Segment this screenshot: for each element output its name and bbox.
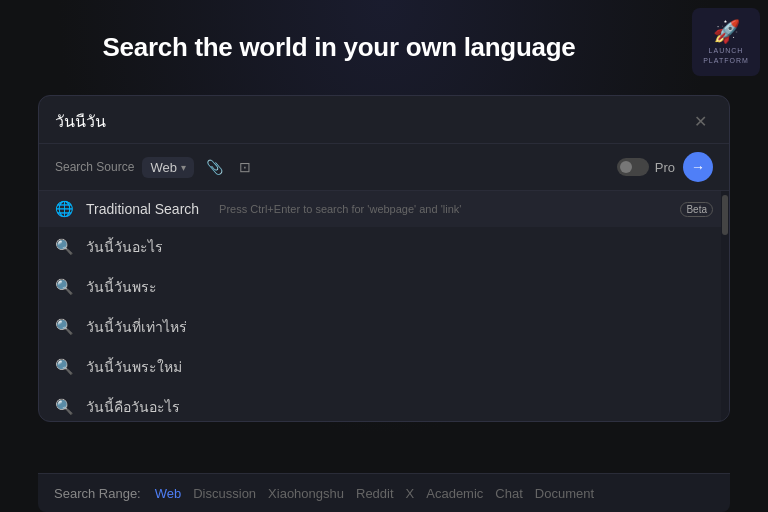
suggestion-item[interactable]: 🔍 วันนี้วันพระ bbox=[39, 267, 729, 307]
range-label: Search Range: bbox=[54, 486, 141, 501]
search-icon: 🔍 bbox=[55, 278, 74, 296]
suggestions-list: 🌐 Traditional Search Press Ctrl+Enter to… bbox=[39, 191, 729, 421]
search-icon: 🔍 bbox=[55, 318, 74, 336]
suggestion-text: วันนี้วันพระ bbox=[86, 276, 713, 298]
suggestion-text: วันนี้วันอะไร bbox=[86, 236, 713, 258]
search-input[interactable] bbox=[55, 113, 688, 131]
pro-toggle-switch[interactable] bbox=[617, 158, 649, 176]
range-item-x[interactable]: X bbox=[400, 485, 421, 502]
traditional-search-label: Traditional Search bbox=[86, 201, 199, 217]
traditional-search-item[interactable]: 🌐 Traditional Search Press Ctrl+Enter to… bbox=[39, 191, 729, 227]
search-icon: 🔍 bbox=[55, 398, 74, 416]
suggestion-text: วันนี้คือวันอะไร bbox=[86, 396, 713, 418]
chevron-down-icon: ▾ bbox=[181, 162, 186, 173]
search-icon: 🔍 bbox=[55, 358, 74, 376]
source-value: Web bbox=[150, 160, 177, 175]
pro-toggle: Pro bbox=[617, 158, 675, 176]
logo-subtext: PLATFORM bbox=[703, 57, 749, 65]
suggestions-scroll: 🌐 Traditional Search Press Ctrl+Enter to… bbox=[39, 191, 729, 421]
range-item-document[interactable]: Document bbox=[529, 485, 600, 502]
search-input-row: ✕ bbox=[39, 96, 729, 144]
go-button[interactable]: → bbox=[683, 152, 713, 182]
suggestion-text: วันนี้วันที่เท่าไหร่ bbox=[86, 316, 713, 338]
range-item-reddit[interactable]: Reddit bbox=[350, 485, 400, 502]
search-icon: 🔍 bbox=[55, 238, 74, 256]
suggestion-text: วันนี้วันพระใหม่ bbox=[86, 356, 713, 378]
suggestion-item[interactable]: 🔍 วันนี้วันพระใหม่ bbox=[39, 347, 729, 387]
source-dropdown[interactable]: Web ▾ bbox=[142, 157, 194, 178]
close-button[interactable]: ✕ bbox=[688, 110, 713, 133]
suggestions-container: 🔍 วันนี้วันอะไร 🔍 วันนี้วันพระ 🔍 วันนี้ว… bbox=[39, 227, 729, 421]
traditional-search-hint: Press Ctrl+Enter to search for 'webpage'… bbox=[219, 203, 461, 215]
search-panel: ✕ Search Source Web ▾ 📎 ⊡ Pro → 🌐 Tradit… bbox=[38, 95, 730, 422]
pro-label: Pro bbox=[655, 160, 675, 175]
search-range-bar: Search Range: WebDiscussionXiaohongshuRe… bbox=[38, 473, 730, 512]
suggestion-item[interactable]: 🔍 วันนี้วันที่เท่าไหร่ bbox=[39, 307, 729, 347]
image-icon[interactable]: ⊡ bbox=[235, 157, 255, 177]
suggestion-item[interactable]: 🔍 วันนี้วันอะไร bbox=[39, 227, 729, 267]
logo-area: 🚀 LAUNCH PLATFORM bbox=[692, 8, 760, 76]
beta-badge: Beta bbox=[680, 202, 713, 217]
scroll-track[interactable] bbox=[721, 191, 729, 421]
range-item-academic[interactable]: Academic bbox=[420, 485, 489, 502]
attach-icon[interactable]: 📎 bbox=[202, 157, 227, 177]
logo-text: LAUNCH bbox=[709, 47, 744, 55]
range-item-chat[interactable]: Chat bbox=[489, 485, 528, 502]
main-heading: Search the world in your own language bbox=[0, 32, 678, 63]
suggestion-item[interactable]: 🔍 วันนี้คือวันอะไร bbox=[39, 387, 729, 421]
range-items-container: WebDiscussionXiaohongshuRedditXAcademicC… bbox=[149, 484, 600, 502]
range-item-discussion[interactable]: Discussion bbox=[187, 485, 262, 502]
logo-icon: 🚀 bbox=[713, 19, 740, 45]
source-row: Search Source Web ▾ 📎 ⊡ Pro → bbox=[39, 144, 729, 191]
scroll-thumb bbox=[722, 195, 728, 235]
source-label: Search Source bbox=[55, 160, 134, 174]
range-item-xiaohongshu[interactable]: Xiaohongshu bbox=[262, 485, 350, 502]
range-item-web[interactable]: Web bbox=[149, 485, 188, 502]
globe-icon: 🌐 bbox=[55, 200, 74, 218]
